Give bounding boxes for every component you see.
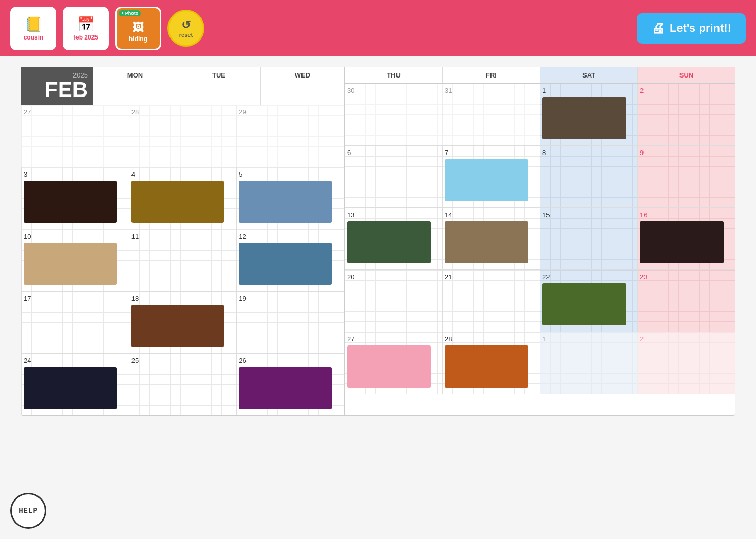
day-header-fri: FRI: [442, 67, 540, 83]
reset-icon: ↺: [181, 18, 191, 32]
day-photo: [24, 243, 117, 285]
day-cell-thu: 6: [345, 146, 442, 207]
printer-icon: 🖨: [651, 21, 665, 36]
day-cell-sat: 22: [540, 270, 637, 332]
left-week-4: 17 18 19: [21, 292, 344, 354]
day-photo: [239, 181, 332, 223]
day-cell: 4: [129, 167, 237, 229]
day-cell-thu: 30: [345, 84, 442, 145]
right-week-3: 13 14 15 16: [345, 208, 735, 270]
day-cell: 26: [236, 354, 344, 415]
right-header-row: THU FRI SAT SUN: [345, 67, 735, 84]
day-header-sun: SUN: [637, 67, 735, 83]
day-photo: [24, 367, 117, 409]
help-button[interactable]: HELP: [10, 493, 46, 529]
calendar-right: THU FRI SAT SUN 30 31 1 2: [345, 67, 735, 415]
day-cell-thu: 13: [345, 208, 442, 270]
right-week-4: 20 21 22 23: [345, 270, 735, 332]
day-cell-thu: 27: [345, 332, 442, 394]
feb-label: feb 2025: [73, 34, 98, 41]
day-cell: 3: [21, 167, 129, 229]
day-cell-sun: 2: [637, 332, 735, 394]
day-photo: [347, 345, 431, 388]
day-cell: 19: [236, 292, 344, 353]
month-label-cell: 2025 FEB: [21, 67, 93, 105]
calendar-grid: 2025 FEB MON TUE WED 27 28 29 3: [21, 67, 735, 415]
day-cell-sat: 1: [540, 332, 637, 394]
photo-icon: 🖼: [133, 21, 144, 34]
day-cell-sun: 16: [637, 208, 735, 270]
day-cell: 28: [129, 105, 237, 167]
photo-button[interactable]: + Photo 🖼 hiding: [115, 7, 161, 50]
day-cell: 25: [129, 354, 237, 415]
day-cell-sat: 15: [540, 208, 637, 270]
reset-button[interactable]: ↺ reset: [167, 10, 204, 47]
day-cell-sun: 2: [637, 84, 735, 145]
day-cell: 18: [129, 292, 237, 353]
calendar-wrapper: 2025 FEB MON TUE WED 27 28 29 3: [0, 56, 756, 539]
print-button[interactable]: 🖨 Let's print!!: [637, 13, 746, 44]
day-photo: [640, 221, 724, 263]
print-label: Let's print!!: [670, 22, 731, 35]
day-cell: 29: [236, 105, 344, 167]
month-button[interactable]: 📅 feb 2025: [63, 7, 109, 50]
day-cell-sat: 8: [540, 146, 637, 207]
help-label: HELP: [18, 507, 38, 515]
book-icon: 📒: [25, 16, 43, 33]
right-week-2: 6 7 8 9: [345, 146, 735, 208]
day-photo: [347, 221, 431, 263]
left-week-1: 27 28 29: [21, 105, 344, 167]
header: 📒 cousin 📅 feb 2025 + Photo 🖼 hiding ↺ r…: [0, 0, 756, 56]
reset-label: reset: [179, 32, 193, 38]
photo-label: hiding: [129, 35, 147, 43]
left-week-2: 3 4 5: [21, 167, 344, 229]
day-header-tue: TUE: [177, 67, 260, 105]
day-cell: 11: [129, 229, 237, 291]
calendar-container: 2025 FEB MON TUE WED 27 28 29 3: [21, 67, 735, 416]
day-photo: [24, 181, 117, 223]
day-cell-sat: 1: [540, 84, 637, 145]
day-header-wed: WED: [260, 67, 344, 105]
day-cell: 10: [21, 229, 129, 291]
day-cell-fri: 21: [442, 270, 540, 332]
day-photo: [445, 221, 528, 263]
day-photo: [445, 159, 528, 201]
day-cell: 27: [21, 105, 129, 167]
cousin-button[interactable]: 📒 cousin: [10, 7, 56, 50]
day-cell: 17: [21, 292, 129, 353]
day-cell: 24: [21, 354, 129, 415]
day-cell-sun: 9: [637, 146, 735, 207]
photo-badge: + Photo: [119, 10, 141, 16]
day-photo: [542, 97, 626, 139]
day-cell: 5: [236, 167, 344, 229]
day-header-mon: MON: [93, 67, 177, 105]
day-cell-fri: 7: [442, 146, 540, 207]
day-photo: [131, 305, 224, 347]
left-week-3: 10 11 12: [21, 229, 344, 292]
day-cell-fri: 14: [442, 208, 540, 270]
calendar-left: 2025 FEB MON TUE WED 27 28 29 3: [21, 67, 345, 415]
day-photo: [542, 283, 626, 325]
right-week-5: 27 28 1 2: [345, 332, 735, 394]
day-header-thu: THU: [345, 67, 442, 83]
left-week-5: 24 25 26: [21, 354, 344, 415]
day-photo: [239, 243, 332, 285]
calendar-icon: 📅: [77, 16, 95, 33]
day-photo: [131, 181, 224, 223]
day-photo: [445, 345, 528, 388]
day-cell-sun: 23: [637, 270, 735, 332]
month-text: FEB: [45, 79, 88, 101]
day-cell: 12: [236, 229, 344, 291]
right-week-1: 30 31 1 2: [345, 84, 735, 146]
left-header-row: 2025 FEB MON TUE WED: [21, 67, 344, 105]
day-cell-fri: 31: [442, 84, 540, 145]
cousin-label: cousin: [24, 34, 44, 41]
day-header-sat: SAT: [540, 67, 637, 83]
day-cell-fri: 28: [442, 332, 540, 394]
day-cell-thu: 20: [345, 270, 442, 332]
day-photo: [239, 367, 332, 409]
